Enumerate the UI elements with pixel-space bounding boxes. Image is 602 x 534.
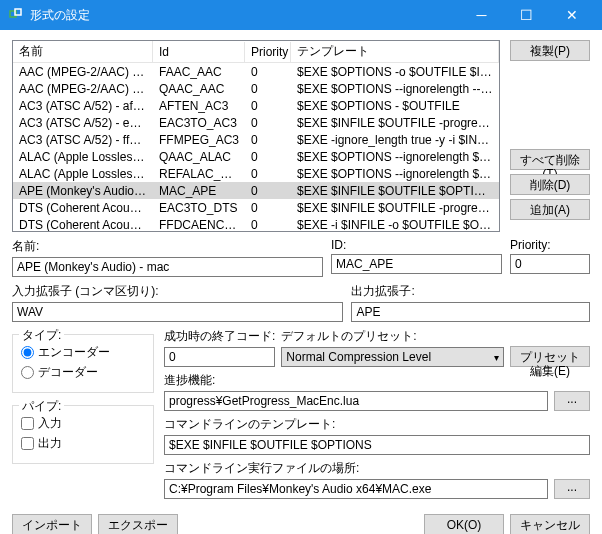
cmdtpl-label: コマンドラインのテンプレート:	[164, 416, 590, 433]
pipe-out-check[interactable]: 出力	[21, 435, 145, 452]
table-row[interactable]: AC3 (ATSC A/52) - ffmpegFFMPEG_AC30$EXE …	[13, 131, 499, 148]
progress-label: 進捗機能:	[164, 372, 548, 389]
remove-button[interactable]: 削除(D)	[510, 174, 590, 195]
close-button[interactable]: ✕	[549, 0, 594, 30]
preset-label: デフォルトのプリセット:	[281, 328, 504, 345]
cancel-button[interactable]: キャンセル(C)	[510, 514, 590, 534]
table-row[interactable]: AAC (MPEG-2/AAC) - faacFAAC_AAC0$EXE $OP…	[13, 63, 499, 80]
cmdexe-input[interactable]	[164, 479, 548, 499]
progress-input[interactable]	[164, 391, 548, 411]
col-id[interactable]: Id	[153, 42, 245, 62]
table-row[interactable]: AC3 (ATSC A/52) - eac3toEAC3TO_AC30$EXE …	[13, 114, 499, 131]
import-button[interactable]: インポート(I)	[12, 514, 92, 534]
table-row[interactable]: AAC (MPEG-2/AAC) - qaacQAAC_AAC0$EXE $OP…	[13, 80, 499, 97]
decoder-radio[interactable]: デコーダー	[21, 364, 145, 381]
table-row[interactable]: ALAC (Apple Lossless) - ref...REFALAC_AL…	[13, 165, 499, 182]
name-input[interactable]	[12, 257, 323, 277]
chevron-down-icon: ▾	[494, 352, 499, 363]
preset-edit-button[interactable]: プリセット編集(E)	[510, 346, 590, 367]
priority-input[interactable]	[510, 254, 590, 274]
add-button[interactable]: 追加(A)	[510, 199, 590, 220]
table-row[interactable]: DTS (Coherent Acoustics co...EAC3TO_DTS0…	[13, 199, 499, 216]
export-button[interactable]: エクスポート(X)	[98, 514, 178, 534]
titlebar: 形式の設定 ─ ☐ ✕	[0, 0, 602, 30]
maximize-button[interactable]: ☐	[504, 0, 549, 30]
inext-label: 入力拡張子 (コンマ区切り):	[12, 283, 343, 300]
cmdexe-browse-button[interactable]: ...	[554, 479, 590, 499]
outext-label: 出力拡張子:	[351, 283, 590, 300]
exit-label: 成功時の終了コード:	[164, 328, 275, 345]
copy-button[interactable]: 複製(P)	[510, 40, 590, 61]
cmdexe-label: コマンドライン実行ファイルの場所:	[164, 460, 548, 477]
table-row[interactable]: DTS (Coherent Acoustics co...FFDCAENC_DT…	[13, 216, 499, 231]
table-row[interactable]: AC3 (ATSC A/52) - aftenAFTEN_AC30$EXE $O…	[13, 97, 499, 114]
preset-select[interactable]: Normal Compression Level▾	[281, 347, 504, 367]
pipe-in-check[interactable]: 入力	[21, 415, 145, 432]
type-label: タイプ:	[19, 327, 64, 344]
progress-browse-button[interactable]: ...	[554, 391, 590, 411]
window-title: 形式の設定	[30, 7, 459, 24]
table-row[interactable]: APE (Monkey's Audio) - macMAC_APE0$EXE $…	[13, 182, 499, 199]
id-label: ID:	[331, 238, 502, 252]
type-group: タイプ: エンコーダー デコーダー	[12, 334, 154, 393]
exit-input[interactable]	[164, 347, 275, 367]
name-label: 名前:	[12, 238, 323, 255]
col-template[interactable]: テンプレート	[291, 40, 499, 63]
col-priority[interactable]: Priority	[245, 42, 291, 62]
encoder-radio[interactable]: エンコーダー	[21, 344, 145, 361]
pipe-group: パイプ: 入力 出力	[12, 405, 154, 464]
pipe-label: パイプ:	[19, 398, 64, 415]
outext-input[interactable]	[351, 302, 590, 322]
priority-label: Priority:	[510, 238, 590, 252]
grid-header: 名前 Id Priority テンプレート	[13, 41, 499, 63]
cmdtpl-input[interactable]	[164, 435, 590, 455]
minimize-button[interactable]: ─	[459, 0, 504, 30]
ok-button[interactable]: OK(O)	[424, 514, 504, 534]
id-input[interactable]	[331, 254, 502, 274]
col-name[interactable]: 名前	[13, 40, 153, 63]
app-icon	[8, 7, 24, 23]
table-row[interactable]: ALAC (Apple Lossless) - qaacQAAC_ALAC0$E…	[13, 148, 499, 165]
removeall-button[interactable]: すべて削除(T)	[510, 149, 590, 170]
format-grid[interactable]: 名前 Id Priority テンプレート AAC (MPEG-2/AAC) -…	[12, 40, 500, 232]
inext-input[interactable]	[12, 302, 343, 322]
